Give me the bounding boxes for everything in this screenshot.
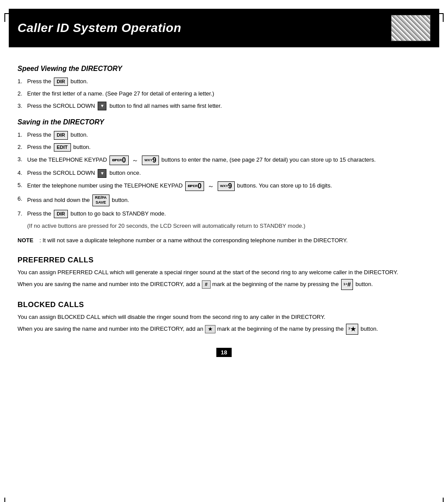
section-speed-viewing-title: Speed Viewing the DIRECTORY xyxy=(18,65,430,73)
step-content-sd-3: Use the TELEPHONE KEYPAD 10OPER0 ～ WXY9 … xyxy=(27,155,376,166)
edit-button-sd2[interactable]: EDIT xyxy=(54,143,71,152)
dir-button-sv1[interactable]: DIR xyxy=(54,78,68,86)
step-content-sd-5: Enter the telephone number using the TEL… xyxy=(27,181,332,191)
step-sd-1: 1. Press the DIR button. xyxy=(18,131,430,140)
step-num-sd-1: 1. xyxy=(18,131,27,139)
corner-mark-bl xyxy=(4,498,13,502)
page-content: Speed Viewing the DIRECTORY 1. Press the… xyxy=(0,47,448,375)
step-sv-2: 2. Enter the first letter of a name. (Se… xyxy=(18,89,430,99)
preferred-calls-body2: When you are saving the name and number … xyxy=(18,279,430,290)
step-content-sv-2: Enter the first letter of a name. (See P… xyxy=(27,89,214,99)
step-sd-indent: (If no active buttons are pressed for 20… xyxy=(18,222,430,231)
step-content-sd-2: Press the EDIT button. xyxy=(27,143,91,152)
hash-button[interactable]: 1+# xyxy=(341,279,353,290)
step-num-sv-2: 2. xyxy=(18,89,27,98)
note-text-sd: : It will not save a duplicate telephone… xyxy=(39,236,430,245)
step-sd-5: 5. Enter the telephone number using the … xyxy=(18,181,430,191)
step-content-sd-4: Press the SCROLL DOWN ▼ button once. xyxy=(27,169,141,178)
step-content-sd-7: Press the DIR button to go back to STAND… xyxy=(27,209,166,219)
step-content-sv-1: Press the DIR button. xyxy=(27,77,88,86)
step-num-sd-3: 3. xyxy=(18,155,27,164)
star-symbol: ★ xyxy=(205,325,215,334)
step-num-sd-5: 5. xyxy=(18,181,27,190)
repa-save-button-sd6[interactable]: RE/PASAVE xyxy=(92,194,109,206)
step-sd-2: 2. Press the EDIT button. xyxy=(18,143,430,152)
step-num-sd-4: 4. xyxy=(18,169,27,177)
step-sv-3: 3. Press the SCROLL DOWN ▼ button to fin… xyxy=(18,102,430,111)
keypad-0-button-sd5[interactable]: 10OPER0 xyxy=(185,181,205,191)
scroll-down-button-sd4[interactable]: ▼ xyxy=(98,169,106,178)
keypad-9-button-sd5[interactable]: WXY9 xyxy=(218,181,235,191)
blocked-calls-body1: You can assign BLOCKED CALL which will d… xyxy=(18,313,430,322)
page-header: Caller ID System Operation xyxy=(9,9,439,47)
step-sv-1: 1. Press the DIR button. xyxy=(18,77,430,86)
keypad-0-button-sd3[interactable]: 10OPER0 xyxy=(109,156,129,165)
tilde-sd5: ～ xyxy=(208,181,214,191)
page-title: Caller ID System Operation xyxy=(18,21,181,35)
page-number: 18 xyxy=(216,348,231,357)
header-decorative-image xyxy=(391,15,430,41)
page-number-area: 18 xyxy=(18,348,430,357)
step-num-sd-6: 6. xyxy=(18,194,27,203)
blocked-calls-body2: When you are saving the name and number … xyxy=(18,324,430,334)
step-num-sv-3: 3. xyxy=(18,102,27,110)
corner-mark-tl xyxy=(4,13,13,22)
corner-mark-tr xyxy=(435,13,444,22)
hash-symbol: # xyxy=(202,280,211,289)
step-content-sd-1: Press the DIR button. xyxy=(27,131,88,140)
step-num-sd-2: 2. xyxy=(18,143,27,152)
corner-mark-br xyxy=(435,498,444,502)
keypad-9-button-sd3[interactable]: WXY9 xyxy=(142,156,159,165)
note-block-sd: NOTE : It will not save a duplicate tele… xyxy=(18,236,430,245)
preferred-calls-body1: You can assign PREFERRED CALL which will… xyxy=(18,268,430,277)
note-label-sd: NOTE xyxy=(18,236,39,245)
step-sd-3: 3. Use the TELEPHONE KEYPAD 10OPER0 ～ WX… xyxy=(18,155,430,166)
section-saving-title: Saving in the DIRECTORY xyxy=(18,118,430,126)
step-num-sd-7: 7. xyxy=(18,209,27,218)
step-sd-7: 7. Press the DIR button to go back to ST… xyxy=(18,209,430,219)
scroll-down-button-sv3[interactable]: ▼ xyxy=(98,102,106,110)
dir-button-sd1[interactable]: DIR xyxy=(54,131,68,139)
step-sd-6: 6. Press and hold down the RE/PASAVE but… xyxy=(18,194,430,206)
star-button[interactable]: 7★ xyxy=(346,324,358,334)
tilde-sd3: ～ xyxy=(132,155,138,166)
step-content-sv-3: Press the SCROLL DOWN ▼ button to find a… xyxy=(27,102,222,111)
dir-button-sd7[interactable]: DIR xyxy=(54,210,68,218)
step-num-sv-1: 1. xyxy=(18,77,27,86)
step-sd-4: 4. Press the SCROLL DOWN ▼ button once. xyxy=(18,169,430,178)
section-preferred-calls-title: PREFERRED CALLS xyxy=(18,256,430,265)
section-blocked-calls-title: BLOCKED CALLS xyxy=(18,300,430,309)
page-wrapper: Caller ID System Operation Speed Viewing… xyxy=(0,9,448,502)
step-content-sd-6: Press and hold down the RE/PASAVE button… xyxy=(27,194,129,206)
